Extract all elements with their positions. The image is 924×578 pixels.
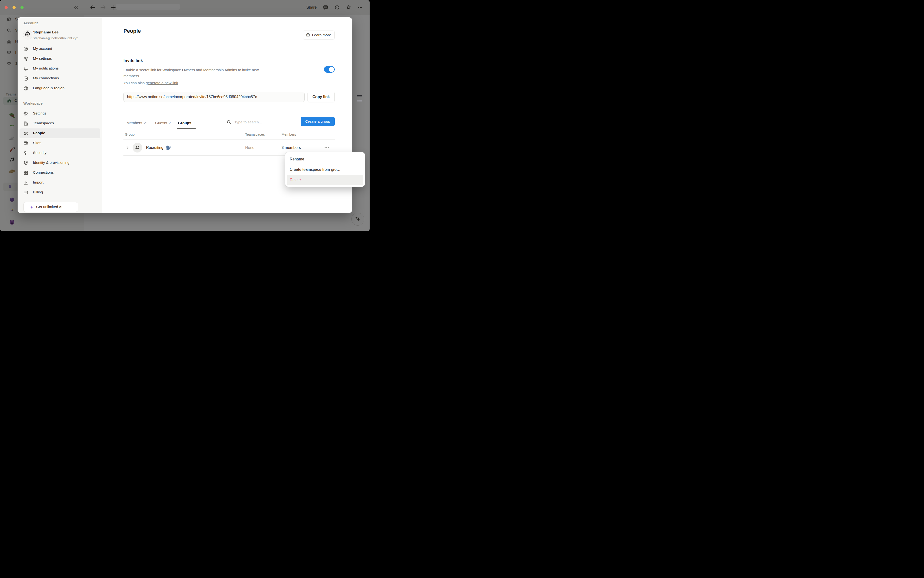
help-circle-icon: ? (306, 33, 311, 37)
get-unlimited-ai-button[interactable]: Get unlimited AI (23, 202, 78, 212)
sidebar-item-settings[interactable]: Settings (20, 109, 100, 119)
sidebar-item-language-region[interactable]: Language & region (20, 83, 100, 93)
sparkles-icon (28, 205, 34, 210)
account-section-label: Account (23, 21, 38, 25)
minimize-window-button[interactable] (13, 6, 16, 9)
person-circle-icon (23, 46, 28, 52)
window-resize-handle[interactable] (357, 95, 363, 96)
search-input[interactable] (234, 120, 280, 125)
globe-icon (23, 86, 28, 91)
menu-item-rename[interactable]: Rename (287, 154, 363, 164)
window-resize-handle-secondary[interactable] (357, 100, 363, 102)
sidebar-item-my-connections[interactable]: My connections (20, 74, 100, 83)
people-tabs: Members21 Guests2 Groups1 Create a group (124, 117, 335, 129)
group-members: 3 members (281, 146, 319, 150)
group-name: Recruiting (146, 146, 163, 150)
learn-more-button[interactable]: ? Learn more (303, 31, 335, 39)
sidebar-item-billing[interactable]: Billing (20, 188, 100, 198)
building-icon (23, 121, 28, 126)
tab-guests[interactable]: Guests2 (155, 117, 171, 129)
app-window: Share S S H (0, 0, 369, 231)
column-members: Members (281, 133, 319, 136)
avatar (23, 31, 32, 39)
speaking-head-icon (166, 145, 171, 150)
sidebar-item-import[interactable]: Import (20, 178, 100, 188)
sliders-icon (23, 56, 28, 61)
profile-name: Stephanie Lee (33, 30, 59, 34)
column-group: Group (124, 133, 245, 136)
sidebar-item-security[interactable]: Security (20, 148, 100, 158)
row-more-options-icon[interactable] (324, 144, 330, 151)
gear-icon (23, 111, 28, 116)
toggle-knob (329, 67, 334, 72)
bell-icon (23, 66, 28, 71)
group-avatar (133, 143, 142, 153)
sidebar-item-sites[interactable]: Sites (20, 138, 100, 148)
arrow-up-right-icon (23, 76, 28, 81)
column-teamspaces: Teamspaces (245, 133, 281, 136)
group-context-menu: Rename Create teamspace from gro… Delete (285, 152, 365, 187)
groups-table-header: Group Teamspaces Members (124, 129, 335, 140)
people-icon (23, 131, 28, 136)
profile-email: stephanie@toolsforthought.xyz (33, 36, 78, 40)
sidebar-item-teamspaces[interactable]: Teamspaces (20, 119, 100, 128)
invite-link-heading: Invite link (124, 58, 143, 63)
account-profile[interactable]: Stephanie Lee stephanie@toolsforthought.… (23, 28, 96, 43)
workspace-section-label: Workspace (23, 101, 42, 106)
svg-text:?: ? (307, 34, 309, 36)
menu-item-delete[interactable]: Delete (287, 175, 363, 185)
sidebar-item-identity-provisioning[interactable]: Identity & provisioning (20, 158, 100, 168)
copy-link-button[interactable]: Copy link (307, 92, 335, 102)
invite-link-description: Enable a secret link for Workspace Owner… (124, 67, 272, 79)
tab-members[interactable]: Members21 (127, 117, 148, 129)
sidebar-item-my-notifications[interactable]: My notifications (20, 64, 100, 74)
traffic-lights (5, 6, 24, 9)
generate-new-link[interactable]: generate a new link (146, 81, 178, 85)
download-icon (23, 180, 28, 185)
invite-link-toggle[interactable] (324, 66, 335, 73)
chevron-right-icon[interactable] (125, 146, 130, 150)
browser-cursor-icon (23, 141, 28, 146)
create-group-button[interactable]: Create a group (301, 117, 335, 126)
settings-sidebar: Account Stephanie Lee stephanie@toolsfor… (18, 17, 102, 213)
group-teamspaces: None (245, 146, 281, 150)
zoom-window-button[interactable] (20, 6, 24, 9)
tab-groups[interactable]: Groups1 (178, 117, 195, 129)
shield-check-icon (23, 161, 28, 166)
invite-link-input[interactable] (124, 92, 305, 102)
grid-icon (23, 170, 28, 175)
page-title: People (124, 28, 141, 34)
close-window-button[interactable] (5, 6, 8, 9)
sidebar-item-connections[interactable]: Connections (20, 168, 100, 178)
generate-link-line: You can also generate a new link (124, 81, 178, 85)
key-icon (23, 151, 28, 156)
people-icon (135, 145, 140, 151)
sidebar-item-my-account[interactable]: My account (20, 44, 100, 54)
menu-item-create-teamspace[interactable]: Create teamspace from gro… (287, 164, 363, 175)
credit-card-icon (23, 190, 28, 195)
search-icon (226, 120, 231, 125)
sidebar-item-people[interactable]: People (20, 128, 100, 138)
sidebar-item-my-settings[interactable]: My settings (20, 54, 100, 64)
